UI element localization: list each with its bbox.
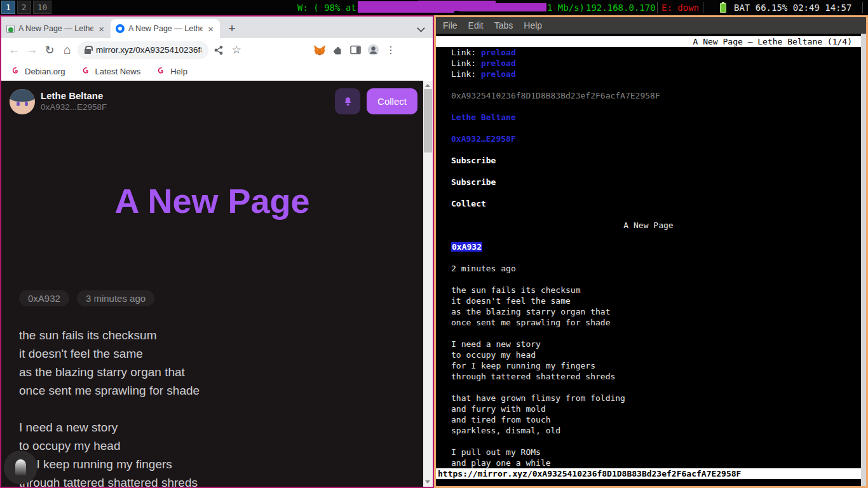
author-avatar[interactable] xyxy=(10,89,35,114)
ip-address: 192.168.0.170 xyxy=(586,0,656,15)
blank-line xyxy=(436,436,861,447)
blank-line xyxy=(436,382,861,393)
collect-button[interactable]: Collect xyxy=(367,88,417,114)
forward-button[interactable]: → xyxy=(23,41,41,59)
side-panel-icon[interactable] xyxy=(346,41,364,59)
blank-line xyxy=(436,101,861,112)
tab-2-active[interactable]: A New Page — Lethe Belta × xyxy=(111,19,220,38)
menu-tabs[interactable]: Tabs xyxy=(494,20,513,30)
bookmark-star-icon[interactable]: ☆ xyxy=(227,41,245,59)
tab-search-chevron-icon[interactable] xyxy=(418,25,424,31)
page-favicon xyxy=(6,25,15,33)
poem-line: to occupy my head xyxy=(19,437,200,455)
terminal-body: A New Page — Lethe Beltane (1/4) Link: p… xyxy=(436,34,866,486)
bookmark-debian-org[interactable]: Debian.org xyxy=(11,67,65,76)
battery-clock-text: BAT 66.15% 02:49 14:57 xyxy=(734,0,851,15)
workspace-1[interactable]: 1 xyxy=(1,1,15,14)
tab-1[interactable]: A New Page — Lethe Belta × xyxy=(1,19,111,38)
poem-line: that have grown flimsy from folding xyxy=(436,393,861,403)
statusbar-separator xyxy=(862,2,863,13)
browser-menu-icon[interactable]: ⋮ xyxy=(382,41,400,59)
blank-line xyxy=(436,144,861,155)
poem-line: the sun fails its checksum xyxy=(19,326,200,344)
preload-link[interactable]: preload xyxy=(481,58,516,68)
share-icon[interactable] xyxy=(210,41,227,59)
entry-badges: 0xA932 3 minutes ago xyxy=(19,290,154,306)
author-address[interactable]: 0xA932...E2958F xyxy=(41,102,107,112)
blank-line xyxy=(436,209,861,220)
terminal-menubar: File Edit Tabs Help xyxy=(436,17,866,34)
stanza: the sun fails its checksum it doesn't fe… xyxy=(19,326,200,400)
profile-avatar-icon[interactable] xyxy=(364,41,382,59)
metamask-icon[interactable] xyxy=(311,41,329,59)
subscribe-button-text[interactable]: Subscribe xyxy=(451,177,496,187)
poem-line: for I keep running my fingers xyxy=(19,455,200,473)
link-label: Link: xyxy=(451,69,481,79)
menu-help[interactable]: Help xyxy=(524,20,542,30)
menu-edit[interactable]: Edit xyxy=(468,20,484,30)
scrollbar-thumb[interactable] xyxy=(424,89,432,152)
mirror-floating-button[interactable] xyxy=(4,451,37,484)
tab-close-icon[interactable]: × xyxy=(207,24,215,34)
address-badge[interactable]: 0xA932 xyxy=(19,290,69,306)
home-button[interactable]: ⌂ xyxy=(58,41,76,59)
debian-swirl-icon xyxy=(157,67,166,76)
author-block: Lethe Beltane 0xA932...E2958F xyxy=(41,90,107,112)
preload-link[interactable]: preload xyxy=(481,48,516,57)
mirror-favicon xyxy=(116,24,125,33)
blank-line xyxy=(436,328,861,339)
poem-line: to occupy my head xyxy=(436,349,861,360)
poem-line: through tattered shattered shreds xyxy=(19,473,200,487)
bookmark-latest-news[interactable]: Latest News xyxy=(82,67,141,76)
address-bar[interactable]: mirror.xyz/0xA9325410236f8D1D8... xyxy=(78,41,208,59)
author-link[interactable]: Lethe Beltane xyxy=(451,112,516,122)
blank-line xyxy=(436,79,861,90)
terminal-window: File Edit Tabs Help A New Page — Lethe B… xyxy=(434,15,868,488)
reload-button[interactable]: ↻ xyxy=(41,41,58,59)
selected-address-link[interactable]: 0xA932 xyxy=(451,242,482,252)
scroll-up-arrow-icon[interactable] xyxy=(425,84,430,87)
browser-window: A New Page — Lethe Belta × A New Page — … xyxy=(0,15,434,488)
menu-file[interactable]: File xyxy=(443,20,458,30)
page-header: Lethe Beltane 0xA932...E2958F Collect xyxy=(10,88,417,114)
bookmark-label: Latest News xyxy=(95,67,141,76)
link-line: Link: preload xyxy=(436,58,861,69)
poem-line: once sent me sprawling for shade xyxy=(436,317,861,328)
lock-icon[interactable] xyxy=(85,49,91,54)
workspace-2[interactable]: 2 xyxy=(17,1,31,14)
bookmark-label: Help xyxy=(170,67,187,76)
preload-link[interactable]: preload xyxy=(481,69,516,79)
blank-line xyxy=(436,274,861,285)
bookmarks-bar: Debian.org Latest News Help xyxy=(1,62,433,81)
bookmark-label: Debian.org xyxy=(25,67,65,76)
scroll-down-arrow-icon[interactable] xyxy=(425,480,430,484)
subscribe-button-text[interactable]: Subscribe xyxy=(451,156,496,165)
battery-icon xyxy=(720,3,726,13)
page-scrollbar[interactable] xyxy=(423,81,433,487)
back-button[interactable]: ← xyxy=(5,41,23,59)
subscribe-bell-button[interactable] xyxy=(335,88,360,114)
tab-title: A New Page — Lethe Belta xyxy=(18,24,93,33)
url-text[interactable]: mirror.xyz/0xA9325410236f8D1D8... xyxy=(96,45,201,55)
blank-line xyxy=(436,166,861,177)
tab-close-icon[interactable]: × xyxy=(97,24,105,34)
terminal-scrollbar[interactable] xyxy=(861,34,866,486)
browser-toolbar: ← → ↻ ⌂ mirror.xyz/0xA9325410236f8D1D8..… xyxy=(1,38,433,62)
workspace-10[interactable]: 10 xyxy=(33,1,52,14)
w3m-status-url: https://mirror.xyz/0xA9325410236f8D1D8B8… xyxy=(436,468,861,479)
bookmark-help[interactable]: Help xyxy=(157,67,187,76)
author-name[interactable]: Lethe Beltane xyxy=(41,90,107,102)
entry-title: A New Page xyxy=(1,181,423,220)
extensions-puzzle-icon[interactable] xyxy=(329,41,346,59)
poem-line: as the blazing starry organ that xyxy=(436,306,861,317)
poem-line: once sent me sprawling for shade xyxy=(19,381,200,400)
collect-button-text[interactable]: Collect xyxy=(451,199,486,208)
new-tab-button[interactable]: + xyxy=(224,20,240,37)
poem-line: and tired from touch xyxy=(436,414,861,425)
poem-line: I pull out my ROMs xyxy=(436,447,861,458)
poem-line: and play one a while xyxy=(436,458,861,468)
link-label: Link: xyxy=(451,58,481,68)
short-address-link[interactable]: 0xA932…E2958F xyxy=(451,134,516,144)
mirror-page: Lethe Beltane 0xA932...E2958F Collect A … xyxy=(1,81,433,487)
poem-line: the sun fails its checksum xyxy=(436,285,861,295)
